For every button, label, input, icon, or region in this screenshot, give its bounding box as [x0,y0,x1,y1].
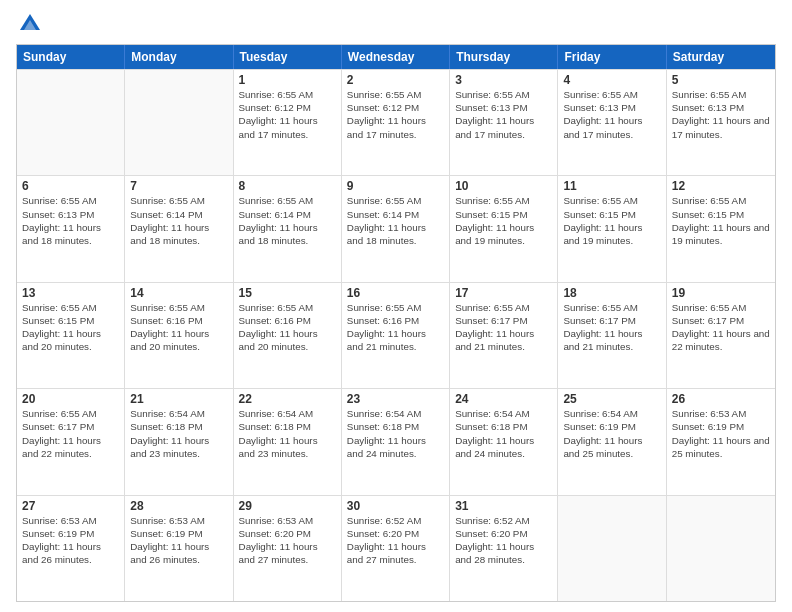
day-number: 31 [455,499,552,513]
day-info: Sunrise: 6:53 AM Sunset: 6:20 PM Dayligh… [239,514,336,567]
day-number: 4 [563,73,660,87]
day-number: 12 [672,179,770,193]
day-number: 22 [239,392,336,406]
day-number: 18 [563,286,660,300]
calendar-cell: 14Sunrise: 6:55 AM Sunset: 6:16 PM Dayli… [125,283,233,388]
calendar-cell: 9Sunrise: 6:55 AM Sunset: 6:14 PM Daylig… [342,176,450,281]
day-info: Sunrise: 6:52 AM Sunset: 6:20 PM Dayligh… [347,514,444,567]
calendar-cell: 25Sunrise: 6:54 AM Sunset: 6:19 PM Dayli… [558,389,666,494]
page: SundayMondayTuesdayWednesdayThursdayFrid… [0,0,792,612]
day-number: 17 [455,286,552,300]
calendar-body: 1Sunrise: 6:55 AM Sunset: 6:12 PM Daylig… [17,69,775,601]
day-number: 24 [455,392,552,406]
logo-icon [16,10,44,38]
logo [16,10,48,38]
day-number: 2 [347,73,444,87]
calendar-header-cell: Monday [125,45,233,69]
day-info: Sunrise: 6:55 AM Sunset: 6:15 PM Dayligh… [22,301,119,354]
calendar-week-4: 20Sunrise: 6:55 AM Sunset: 6:17 PM Dayli… [17,388,775,494]
day-info: Sunrise: 6:55 AM Sunset: 6:15 PM Dayligh… [672,194,770,247]
calendar-cell: 17Sunrise: 6:55 AM Sunset: 6:17 PM Dayli… [450,283,558,388]
day-number: 8 [239,179,336,193]
calendar-cell: 8Sunrise: 6:55 AM Sunset: 6:14 PM Daylig… [234,176,342,281]
day-info: Sunrise: 6:54 AM Sunset: 6:18 PM Dayligh… [455,407,552,460]
day-info: Sunrise: 6:55 AM Sunset: 6:17 PM Dayligh… [563,301,660,354]
calendar-cell: 28Sunrise: 6:53 AM Sunset: 6:19 PM Dayli… [125,496,233,601]
day-info: Sunrise: 6:55 AM Sunset: 6:14 PM Dayligh… [130,194,227,247]
calendar-week-1: 1Sunrise: 6:55 AM Sunset: 6:12 PM Daylig… [17,69,775,175]
calendar-cell: 16Sunrise: 6:55 AM Sunset: 6:16 PM Dayli… [342,283,450,388]
day-number: 20 [22,392,119,406]
calendar-cell: 27Sunrise: 6:53 AM Sunset: 6:19 PM Dayli… [17,496,125,601]
day-info: Sunrise: 6:55 AM Sunset: 6:16 PM Dayligh… [130,301,227,354]
day-info: Sunrise: 6:55 AM Sunset: 6:13 PM Dayligh… [22,194,119,247]
day-info: Sunrise: 6:55 AM Sunset: 6:12 PM Dayligh… [347,88,444,141]
calendar-header-cell: Tuesday [234,45,342,69]
calendar-header-cell: Saturday [667,45,775,69]
day-number: 3 [455,73,552,87]
day-info: Sunrise: 6:53 AM Sunset: 6:19 PM Dayligh… [672,407,770,460]
calendar-header-cell: Wednesday [342,45,450,69]
day-number: 5 [672,73,770,87]
day-number: 23 [347,392,444,406]
day-info: Sunrise: 6:53 AM Sunset: 6:19 PM Dayligh… [130,514,227,567]
header [16,10,776,38]
day-number: 30 [347,499,444,513]
day-number: 7 [130,179,227,193]
calendar-cell: 13Sunrise: 6:55 AM Sunset: 6:15 PM Dayli… [17,283,125,388]
day-info: Sunrise: 6:53 AM Sunset: 6:19 PM Dayligh… [22,514,119,567]
calendar-header-cell: Friday [558,45,666,69]
calendar-cell: 4Sunrise: 6:55 AM Sunset: 6:13 PM Daylig… [558,70,666,175]
calendar-cell: 1Sunrise: 6:55 AM Sunset: 6:12 PM Daylig… [234,70,342,175]
day-number: 9 [347,179,444,193]
day-info: Sunrise: 6:55 AM Sunset: 6:17 PM Dayligh… [672,301,770,354]
calendar-week-5: 27Sunrise: 6:53 AM Sunset: 6:19 PM Dayli… [17,495,775,601]
calendar-cell: 11Sunrise: 6:55 AM Sunset: 6:15 PM Dayli… [558,176,666,281]
calendar-cell: 10Sunrise: 6:55 AM Sunset: 6:15 PM Dayli… [450,176,558,281]
day-number: 6 [22,179,119,193]
day-number: 28 [130,499,227,513]
calendar-cell: 3Sunrise: 6:55 AM Sunset: 6:13 PM Daylig… [450,70,558,175]
calendar-cell: 26Sunrise: 6:53 AM Sunset: 6:19 PM Dayli… [667,389,775,494]
calendar-cell: 20Sunrise: 6:55 AM Sunset: 6:17 PM Dayli… [17,389,125,494]
calendar-cell [558,496,666,601]
calendar-header-cell: Sunday [17,45,125,69]
day-number: 27 [22,499,119,513]
calendar-cell: 6Sunrise: 6:55 AM Sunset: 6:13 PM Daylig… [17,176,125,281]
calendar-cell: 7Sunrise: 6:55 AM Sunset: 6:14 PM Daylig… [125,176,233,281]
day-number: 14 [130,286,227,300]
day-info: Sunrise: 6:55 AM Sunset: 6:16 PM Dayligh… [239,301,336,354]
calendar-cell: 19Sunrise: 6:55 AM Sunset: 6:17 PM Dayli… [667,283,775,388]
day-info: Sunrise: 6:55 AM Sunset: 6:17 PM Dayligh… [22,407,119,460]
day-number: 29 [239,499,336,513]
day-number: 1 [239,73,336,87]
day-info: Sunrise: 6:54 AM Sunset: 6:18 PM Dayligh… [130,407,227,460]
day-info: Sunrise: 6:54 AM Sunset: 6:19 PM Dayligh… [563,407,660,460]
day-info: Sunrise: 6:55 AM Sunset: 6:13 PM Dayligh… [563,88,660,141]
day-number: 10 [455,179,552,193]
calendar-cell: 2Sunrise: 6:55 AM Sunset: 6:12 PM Daylig… [342,70,450,175]
calendar-cell: 21Sunrise: 6:54 AM Sunset: 6:18 PM Dayli… [125,389,233,494]
calendar-cell [667,496,775,601]
calendar-cell [125,70,233,175]
day-number: 15 [239,286,336,300]
calendar-cell: 23Sunrise: 6:54 AM Sunset: 6:18 PM Dayli… [342,389,450,494]
day-info: Sunrise: 6:55 AM Sunset: 6:14 PM Dayligh… [239,194,336,247]
calendar-cell: 5Sunrise: 6:55 AM Sunset: 6:13 PM Daylig… [667,70,775,175]
calendar-cell: 29Sunrise: 6:53 AM Sunset: 6:20 PM Dayli… [234,496,342,601]
day-info: Sunrise: 6:54 AM Sunset: 6:18 PM Dayligh… [347,407,444,460]
day-number: 25 [563,392,660,406]
day-info: Sunrise: 6:54 AM Sunset: 6:18 PM Dayligh… [239,407,336,460]
calendar-cell: 18Sunrise: 6:55 AM Sunset: 6:17 PM Dayli… [558,283,666,388]
calendar-header-cell: Thursday [450,45,558,69]
calendar-week-3: 13Sunrise: 6:55 AM Sunset: 6:15 PM Dayli… [17,282,775,388]
day-info: Sunrise: 6:55 AM Sunset: 6:13 PM Dayligh… [672,88,770,141]
day-number: 11 [563,179,660,193]
day-number: 16 [347,286,444,300]
calendar-cell: 12Sunrise: 6:55 AM Sunset: 6:15 PM Dayli… [667,176,775,281]
day-number: 26 [672,392,770,406]
day-info: Sunrise: 6:52 AM Sunset: 6:20 PM Dayligh… [455,514,552,567]
calendar-cell: 24Sunrise: 6:54 AM Sunset: 6:18 PM Dayli… [450,389,558,494]
day-info: Sunrise: 6:55 AM Sunset: 6:15 PM Dayligh… [563,194,660,247]
day-number: 13 [22,286,119,300]
